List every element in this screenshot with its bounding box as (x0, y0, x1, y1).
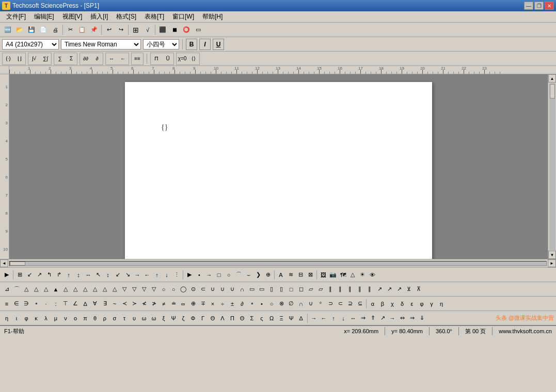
sym-circ[interactable]: ∘ (247, 299, 257, 309)
shape-btn-21[interactable]: ⊂ (198, 284, 208, 295)
draw-btn-11[interactable]: ↘ (123, 270, 132, 280)
shape-btn-34[interactable]: ∥ (326, 284, 335, 295)
sym2-Darr[interactable]: ⇓ (417, 313, 426, 323)
shape-btn-31[interactable]: ◻ (296, 284, 306, 295)
underline-button[interactable]: U (213, 39, 224, 50)
sym2-rarr2[interactable]: → (388, 313, 397, 323)
black-square-btn[interactable]: ⬛ (157, 24, 168, 36)
menu-format[interactable]: 格式[S] (112, 11, 140, 22)
sym2-pi[interactable]: π (81, 313, 90, 323)
draw-btn-grid[interactable]: ⊞ (15, 270, 24, 280)
shape-btn-41[interactable]: ↗ (394, 284, 404, 295)
equiv-btn[interactable]: ≡≡ (132, 54, 142, 64)
sym2-rho[interactable]: ρ (100, 313, 109, 323)
sym2-iota[interactable]: ι (12, 313, 21, 323)
sym2-theta[interactable]: θ (90, 313, 100, 323)
sym2-Pi[interactable]: Π (228, 313, 237, 323)
draw-btn-16[interactable]: ⋮ (172, 270, 181, 280)
partial-btn2[interactable]: ∂ (92, 54, 102, 64)
sym-epsilon[interactable]: ε (407, 299, 417, 309)
sym-empty[interactable]: ∅ (287, 299, 296, 309)
shape-btn-11[interactable]: △ (100, 284, 109, 295)
sym-ocircle[interactable]: ○ (267, 299, 276, 309)
scroll-left-button[interactable]: ◄ (0, 259, 8, 267)
sym2-tau[interactable]: τ (120, 313, 129, 323)
draw-btn-6[interactable]: ↕ (74, 270, 83, 280)
sym-alpha[interactable]: α (368, 299, 377, 309)
shape-btn-24[interactable]: ∪ (228, 284, 237, 295)
menu-table[interactable]: 表格[T] (140, 11, 168, 22)
sym-cdot[interactable]: · (41, 299, 51, 309)
draw-btn-8[interactable]: ↖ (93, 270, 103, 280)
sym-exists[interactable]: ∃ (100, 299, 109, 309)
sym2-nu[interactable]: ν (61, 313, 70, 323)
shape-btn-9[interactable]: △ (81, 284, 90, 295)
undo-button[interactable]: ↩ (103, 24, 115, 36)
open-button[interactable]: 📂 (14, 24, 25, 36)
shape-btn-30[interactable]: □ (287, 284, 296, 295)
draw-btn-arc2[interactable]: ⌣ (244, 270, 253, 280)
sym-chi[interactable]: χ (388, 299, 397, 309)
draw-btn-dot[interactable]: • (195, 270, 204, 280)
sum-btn1[interactable]: ∑ (55, 54, 65, 64)
draw-btn-13[interactable]: ← (142, 270, 152, 280)
cut-button[interactable]: ✂ (65, 24, 76, 36)
u-overline-btn[interactable]: Ū (163, 54, 173, 64)
shape-btn-28[interactable]: ▯ (267, 284, 276, 295)
sym2-Xi[interactable]: Ξ (277, 313, 286, 323)
sym2-Lambda[interactable]: Λ (218, 313, 227, 323)
paste-button[interactable]: 📌 (88, 24, 100, 36)
page-size-select[interactable]: A4 (210x297) (2, 39, 59, 50)
small-square-btn[interactable]: ◼ (169, 24, 180, 36)
sym2-Uarr[interactable]: ⇑ (368, 313, 377, 323)
sym-inf[interactable]: ∞ (179, 299, 188, 309)
sym-cap[interactable]: ∩ (296, 299, 306, 309)
shape-btn-32[interactable]: ▱ (306, 284, 315, 295)
shape-btn-27[interactable]: ▭ (257, 284, 266, 295)
sym-equiv[interactable]: ≡ (2, 299, 11, 309)
italic-button[interactable]: I (199, 39, 211, 50)
vscroll-track[interactable] (549, 83, 555, 250)
draw-btn-plus[interactable]: ⊕ (263, 270, 273, 280)
draw-btn-arrow[interactable]: ▶ (185, 270, 194, 280)
sym-eta2[interactable]: η (437, 299, 446, 309)
redo-button[interactable]: ↪ (115, 24, 126, 36)
shape-btn-2[interactable]: ⌒ (12, 284, 21, 295)
draw-btn-rect[interactable]: □ (214, 270, 224, 280)
shape-btn-33[interactable]: ▱ (316, 284, 325, 295)
page-button[interactable]: 📄 (38, 24, 49, 36)
sym2-Psi[interactable]: Ψ (169, 313, 178, 323)
sym-div[interactable]: ÷ (218, 299, 227, 309)
sym-deg[interactable]: ° (316, 299, 325, 309)
shape-btn-13[interactable]: ▽ (120, 284, 129, 295)
draw-btn-15[interactable]: ↓ (162, 270, 171, 280)
draw-btn-9[interactable]: ↕ (103, 270, 113, 280)
sym2-darr[interactable]: ↓ (339, 313, 348, 323)
sym2-larr[interactable]: ← (319, 313, 328, 323)
sym-bullet[interactable]: • (257, 299, 266, 309)
menu-view[interactable]: 视图[V] (58, 11, 87, 22)
scroll-up-button[interactable]: ▲ (548, 74, 556, 83)
sym2-lambda[interactable]: λ (41, 313, 51, 323)
arrow-btn2[interactable]: ← (118, 54, 128, 64)
sym2-Theta2[interactable]: Θ (237, 313, 247, 323)
sym2-harr[interactable]: ↔ (348, 313, 358, 323)
sym2-Phi[interactable]: Φ (188, 313, 198, 323)
shape-btn-40[interactable]: ↗ (385, 284, 394, 295)
draw-btn-7[interactable]: ↔ (84, 270, 93, 280)
draw-btn-a[interactable]: A (276, 270, 285, 280)
menu-insert[interactable]: 插入[I] (86, 11, 112, 22)
sym2-xi[interactable]: ξ (159, 313, 168, 323)
shape-btn-39[interactable]: ↗ (375, 284, 384, 295)
hscroll-track[interactable] (9, 261, 547, 266)
page-canvas[interactable]: {} (9, 74, 548, 259)
draw-btn-cursor[interactable]: ▶ (2, 270, 11, 280)
draw-btn-2[interactable]: ↗ (35, 270, 44, 280)
sym2-nearr[interactable]: ↗ (378, 313, 387, 323)
shape-btn-35[interactable]: ∥ (336, 284, 345, 295)
draw-btn-1[interactable]: ↙ (25, 270, 34, 280)
sym-nlt[interactable]: ≮ (139, 299, 149, 309)
sym-mp[interactable]: ∓ (198, 299, 208, 309)
shape-btn-38[interactable]: ∥ (365, 284, 374, 295)
draw-btn-circ[interactable]: ○ (224, 270, 233, 280)
